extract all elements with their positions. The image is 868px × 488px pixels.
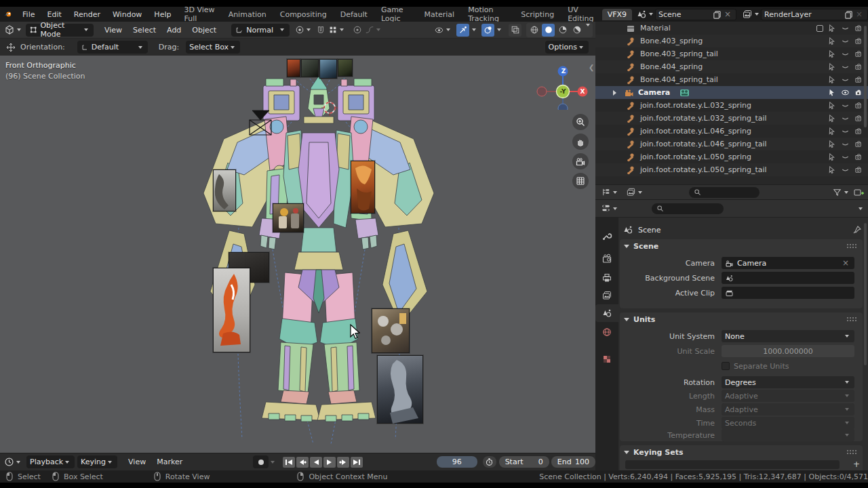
proportional-editing-toggle[interactable] [351,24,363,37]
current-frame-field[interactable]: 96 [437,456,477,468]
render-visibility-icon[interactable] [854,23,864,33]
mode-selector[interactable]: Object Mode [26,24,94,37]
overlays-toggle[interactable] [481,24,494,37]
menu-view[interactable]: View [99,26,127,35]
gizmo-axis-z-label[interactable]: Z [560,68,567,75]
workspace-tab-animation[interactable]: Animation [223,9,272,20]
reference-thumbnail[interactable] [213,268,250,352]
workspace-tab-scripting[interactable]: Scripting [515,9,559,20]
hide-icon[interactable] [840,36,850,46]
outliner-row[interactable]: join.foot.rotate.y.L.050_spring_tail [595,163,868,176]
outliner-search-field[interactable] [689,187,760,198]
render-visibility-icon[interactable] [854,152,864,162]
render-visibility-icon[interactable] [854,62,864,72]
reference-thumbnail[interactable] [301,59,319,77]
playback-menu[interactable]: Playback [26,455,75,468]
reference-thumbnail[interactable] [213,169,236,211]
properties-search-field[interactable] [652,203,724,214]
zoom-button[interactable] [572,114,589,130]
shading-wireframe-button[interactable] [528,24,540,37]
menu-file[interactable]: File [16,10,41,19]
gizmo-axis-x-label[interactable]: X [579,88,586,95]
pin-icon[interactable] [852,224,863,235]
temperature-dropdown[interactable] [722,429,854,441]
timeline-view-menu[interactable]: View [123,458,151,466]
tab-view-layer[interactable] [595,287,618,304]
unlink-scene-icon[interactable]: × [722,9,733,19]
keying-sets-list[interactable] [625,460,840,469]
reference-thumbnail[interactable] [351,161,375,214]
menu-select[interactable]: Select [127,26,161,35]
reference-thumbnail[interactable] [338,59,353,77]
workspace-tab-vfx9[interactable]: VFX9 [602,9,632,20]
separate-units-checkbox[interactable] [722,362,730,370]
hide-icon[interactable] [840,23,850,33]
object-visibility-selector[interactable] [434,24,452,37]
editor-type-selector[interactable] [4,24,23,35]
frame-start-field[interactable]: Start0 [499,456,549,468]
menu-help[interactable]: Help [148,10,177,19]
active-clip-field[interactable] [722,287,854,299]
jump-to-end-button[interactable] [351,457,363,468]
hide-icon[interactable] [840,87,850,98]
camera-view-button[interactable] [572,153,589,169]
render-visibility-icon[interactable] [854,36,864,46]
rotation-dropdown[interactable]: Degrees [722,376,854,388]
outliner-row[interactable]: join.foot.rotate.y.L.032_spring [595,99,868,112]
transform-orientation-selector[interactable]: Normal [231,24,290,37]
frame-end-field[interactable]: End100 [551,456,595,468]
keying-menu[interactable]: Keying [77,455,117,468]
properties-scrollbar[interactable] [864,223,867,365]
outliner-id-filter[interactable] [626,187,644,197]
workspace-tab-compositing[interactable]: Compositing [275,9,332,20]
expand-triangle-icon[interactable] [613,90,616,96]
play-button[interactable] [323,457,336,468]
render-visibility-icon[interactable] [854,165,864,175]
hide-icon[interactable] [840,75,850,85]
snap-target-selector[interactable] [328,24,346,37]
units-panel-header[interactable]: Units [620,312,863,326]
outliner-row-camera-selected[interactable]: Camera [595,86,868,99]
tab-output[interactable] [595,269,618,287]
hide-icon[interactable] [840,152,850,162]
reference-thumbnail[interactable] [273,203,304,232]
unit-scale-slider[interactable]: 1000.000000 [722,345,854,357]
selectable-icon[interactable] [827,100,837,110]
play-reverse-button[interactable] [310,457,322,468]
render-visibility-icon[interactable] [854,139,864,149]
render-visibility-icon[interactable] [854,75,864,85]
mass-dropdown[interactable]: Adaptive [722,403,854,415]
robot-model[interactable] [0,56,595,453]
scene-name-field[interactable]: Scene × [655,9,736,20]
outliner-row[interactable]: join.foot.rotate.y.L.046_spring_tail [595,138,868,150]
ortho-toggle-button[interactable] [572,173,589,189]
outliner-row[interactable]: Bone.403_spring_tail [595,47,868,60]
unlink-layer-icon[interactable]: × [854,9,865,19]
outliner-display-mode[interactable] [601,187,619,197]
snap-toggle[interactable] [314,24,327,37]
pan-button[interactable] [572,134,589,150]
gizmo-axis-y-label[interactable]: -Y [557,88,568,95]
tab-scene[interactable] [595,304,618,322]
render-visibility-icon[interactable] [854,126,864,136]
tab-render[interactable] [595,250,618,268]
new-layer-icon[interactable] [844,9,854,20]
new-collection-icon[interactable] [853,187,864,198]
scene-panel-header[interactable]: Scene [620,239,863,253]
menu-object[interactable]: Object [186,26,222,35]
selectable-icon[interactable] [827,75,837,85]
use-preview-range-button[interactable] [483,456,496,468]
add-keying-set-button[interactable]: + [853,460,860,469]
menu-add[interactable]: Add [161,26,186,35]
shading-material-button[interactable] [556,24,569,37]
outliner-row[interactable]: Bone.404_spring_tail [595,73,868,86]
shading-rendered-button[interactable] [570,24,583,37]
hide-icon[interactable] [840,165,850,175]
filter-icon[interactable] [832,187,842,197]
render-visibility-icon[interactable] [854,49,864,59]
blender-logo-icon[interactable] [4,9,12,20]
menu-edit[interactable]: Edit [41,10,68,19]
render-visibility-icon[interactable] [854,87,864,98]
outliner-row[interactable]: join.foot.rotate.y.L.032_spring_tail [595,112,868,125]
tab-texture[interactable] [595,350,618,368]
